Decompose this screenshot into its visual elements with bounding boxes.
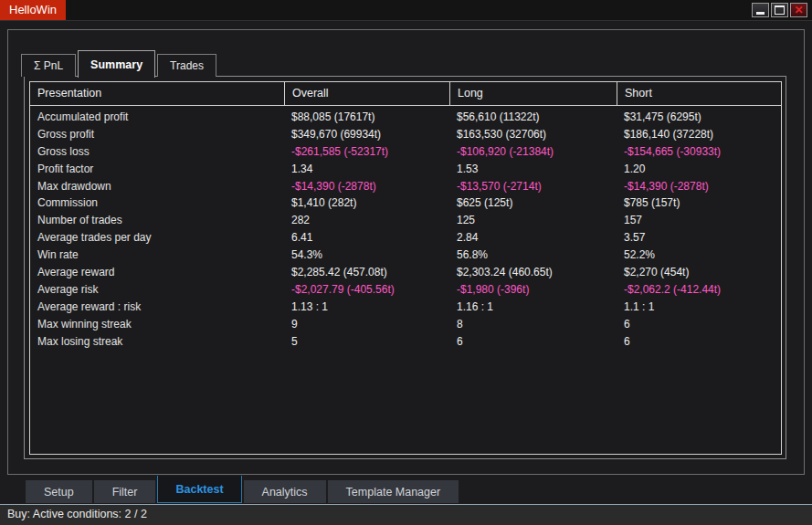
summary-tabstrip: Σ PnL Summary Trades	[21, 49, 218, 77]
row-label: Number of trades	[30, 212, 284, 229]
window-controls: ✕	[752, 3, 807, 17]
column-header-long[interactable]: Long	[449, 82, 617, 105]
bottom-tabstrip: Setup Filter Backtest Analytics Template…	[26, 476, 460, 503]
tab-template-manager[interactable]: Template Manager	[328, 480, 459, 503]
row-label: Profit factor	[30, 161, 284, 178]
summary-tab-page: Presentation Overall Long Short Accumula…	[24, 76, 786, 459]
row-value-overall: $88,085 (17617t)	[284, 109, 449, 126]
row-label: Commission	[30, 194, 284, 212]
results-panel: Σ PnL Summary Trades Presentation Overal…	[7, 29, 805, 475]
row-value-short: $186,140 (37228t)	[617, 126, 781, 143]
row-value-long: 1.53	[449, 161, 617, 178]
main-area: Σ PnL Summary Trades Presentation Overal…	[0, 21, 812, 504]
tab-setup[interactable]: Setup	[26, 480, 92, 503]
row-value-short: 6	[617, 316, 781, 333]
row-value-short: -$2,062.2 (-412.44t)	[617, 281, 781, 299]
table-row[interactable]: Gross profit$349,670 (69934t)$163,530 (3…	[30, 126, 781, 143]
minimize-icon	[756, 12, 765, 15]
row-value-overall: 1.34	[284, 161, 449, 178]
row-value-long: -$13,570 (-2714t)	[449, 178, 617, 195]
row-label: Gross profit	[30, 126, 284, 143]
tab-summary[interactable]: Summary	[78, 50, 155, 78]
row-value-long: $56,610 (11322t)	[449, 109, 617, 126]
row-value-overall: 1.13 : 1	[284, 299, 449, 316]
status-text: Buy: Active conditions: 2 / 2	[0, 505, 812, 524]
row-label: Accumulated profit	[30, 109, 284, 126]
row-value-short: 157	[617, 212, 781, 229]
row-value-long: 1.16 : 1	[449, 299, 617, 316]
table-row[interactable]: Average reward$2,285.42 (457.08t)$2,303.…	[30, 264, 781, 281]
row-value-long: 2.84	[449, 229, 617, 247]
close-button[interactable]: ✕	[790, 3, 807, 17]
status-bar: Buy: Active conditions: 2 / 2	[0, 504, 812, 525]
tab-pnl[interactable]: Σ PnL	[21, 54, 76, 77]
table-row[interactable]: Max losing streak566	[30, 333, 781, 351]
row-label: Win rate	[30, 247, 284, 264]
summary-table: Presentation Overall Long Short Accumula…	[29, 81, 782, 455]
tab-filter[interactable]: Filter	[94, 480, 156, 503]
close-icon: ✕	[794, 4, 803, 16]
row-value-overall: 5	[284, 333, 449, 351]
row-value-overall: 6.41	[284, 229, 449, 247]
row-value-overall: 9	[284, 316, 449, 333]
row-value-short: $31,475 (6295t)	[617, 109, 781, 126]
table-row[interactable]: Number of trades282125157	[30, 212, 781, 229]
table-row[interactable]: Max drawdown-$14,390 (-2878t)-$13,570 (-…	[30, 178, 781, 195]
tab-trades[interactable]: Trades	[157, 54, 216, 77]
row-value-short: 1.1 : 1	[617, 299, 781, 316]
row-label: Average risk	[30, 281, 284, 299]
row-value-short: $785 (157t)	[617, 194, 781, 212]
row-label: Average reward : risk	[30, 299, 284, 316]
row-value-overall: -$2,027.79 (-405.56t)	[284, 281, 449, 299]
maximize-icon	[775, 5, 785, 15]
table-row[interactable]: Average trades per day6.412.843.57	[30, 229, 781, 247]
row-value-overall: $1,410 (282t)	[284, 194, 449, 212]
table-row[interactable]: Commission$1,410 (282t)$625 (125t)$785 (…	[30, 194, 781, 212]
row-value-long: -$106,920 (-21384t)	[449, 143, 617, 161]
row-label: Max losing streak	[30, 333, 284, 351]
row-value-short: 52.2%	[617, 247, 781, 264]
row-value-long: 56.8%	[449, 247, 617, 264]
row-value-long: 125	[449, 212, 617, 229]
tab-backtest[interactable]: Backtest	[157, 476, 241, 503]
row-value-long: 8	[449, 316, 617, 333]
row-value-overall: 282	[284, 212, 449, 229]
row-label: Max drawdown	[30, 178, 284, 195]
row-value-long: -$1,980 (-396t)	[449, 281, 617, 299]
row-value-overall: 54.3%	[284, 247, 449, 264]
app-title: HelloWin	[0, 0, 66, 20]
maximize-button[interactable]	[771, 3, 788, 17]
row-label: Average reward	[30, 264, 284, 281]
column-header-presentation[interactable]: Presentation	[30, 82, 284, 105]
row-value-short: -$14,390 (-2878t)	[617, 178, 781, 195]
column-header-short[interactable]: Short	[617, 82, 781, 105]
row-value-short: -$154,665 (-30933t)	[617, 143, 781, 161]
row-value-short: 1.20	[617, 161, 781, 178]
row-value-short: 3.57	[617, 229, 781, 247]
row-value-short: $2,270 (454t)	[617, 264, 781, 281]
table-row[interactable]: Average reward : risk1.13 : 11.16 : 11.1…	[30, 299, 781, 316]
row-value-long: $2,303.24 (460.65t)	[449, 264, 617, 281]
table-body: Accumulated profit$88,085 (17617t)$56,61…	[30, 106, 781, 350]
row-value-long: $625 (125t)	[449, 194, 617, 212]
table-row[interactable]: Profit factor1.341.531.20	[30, 161, 781, 178]
tab-analytics[interactable]: Analytics	[244, 480, 326, 503]
table-row[interactable]: Win rate54.3%56.8%52.2%	[30, 247, 781, 264]
row-label: Gross loss	[30, 143, 284, 161]
title-bar: HelloWin ✕	[0, 0, 812, 21]
row-label: Average trades per day	[30, 229, 284, 247]
row-value-overall: -$14,390 (-2878t)	[284, 178, 449, 195]
table-row[interactable]: Gross loss-$261,585 (-52317t)-$106,920 (…	[30, 143, 781, 161]
minimize-button[interactable]	[752, 3, 769, 17]
row-value-overall: -$261,585 (-52317t)	[284, 143, 449, 161]
table-row[interactable]: Accumulated profit$88,085 (17617t)$56,61…	[30, 109, 781, 126]
row-label: Max winning streak	[30, 316, 284, 333]
table-row[interactable]: Average risk-$2,027.79 (-405.56t)-$1,980…	[30, 281, 781, 299]
table-row[interactable]: Max winning streak986	[30, 316, 781, 333]
row-value-short: 6	[617, 333, 781, 351]
table-header: Presentation Overall Long Short	[30, 82, 781, 106]
column-header-overall[interactable]: Overall	[284, 82, 449, 105]
row-value-overall: $2,285.42 (457.08t)	[284, 264, 449, 281]
row-value-long: $163,530 (32706t)	[449, 126, 617, 143]
row-value-long: 6	[449, 333, 617, 351]
